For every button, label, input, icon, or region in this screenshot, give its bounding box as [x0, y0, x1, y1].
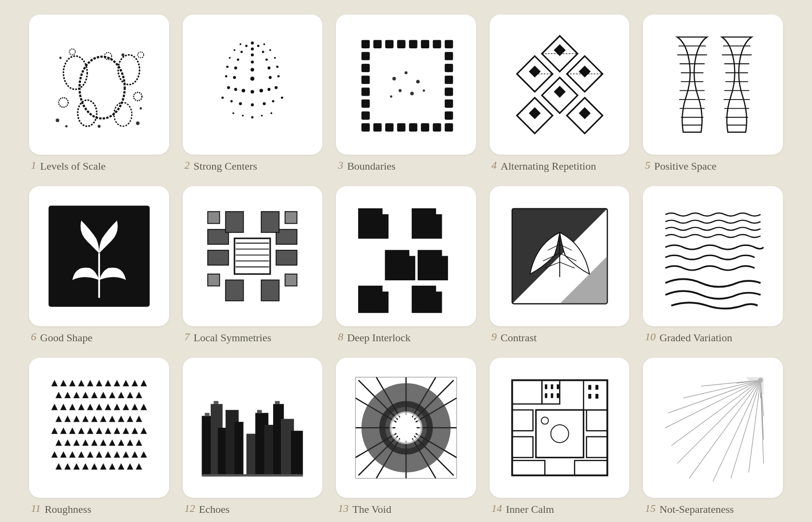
svg-rect-74	[409, 123, 417, 131]
svg-rect-201	[512, 380, 542, 404]
svg-point-32	[225, 75, 228, 77]
svg-point-42	[277, 75, 280, 77]
card-number-4: 4	[492, 160, 497, 171]
card-title-11: Roughness	[44, 503, 91, 516]
svg-rect-220	[586, 436, 607, 457]
card-7[interactable]: 7 Local Symmetries	[183, 186, 323, 344]
svg-rect-207	[551, 393, 553, 398]
card-9[interactable]: 9 Contrast	[490, 186, 630, 344]
svg-rect-149	[285, 274, 297, 286]
card-number-13: 13	[338, 503, 348, 514]
card-number-6: 6	[31, 331, 36, 343]
svg-rect-71	[373, 123, 381, 131]
svg-rect-81	[362, 87, 370, 96]
card-1[interactable]: 1 Levels of Scale	[29, 14, 169, 173]
svg-rect-211	[595, 385, 598, 390]
card-12[interactable]: 12 Echoes	[183, 358, 323, 516]
svg-rect-86	[445, 75, 453, 84]
card-label-14: 14 Inner Calm	[490, 503, 554, 516]
svg-rect-146	[226, 280, 244, 301]
svg-point-4	[114, 102, 132, 126]
svg-point-60	[261, 115, 263, 116]
svg-point-91	[405, 71, 407, 74]
svg-point-92	[416, 80, 420, 83]
svg-point-27	[233, 76, 236, 79]
svg-point-28	[240, 43, 242, 45]
svg-point-24	[241, 51, 243, 53]
svg-point-41	[276, 65, 279, 68]
svg-rect-208	[556, 393, 559, 398]
card-image-8	[336, 186, 476, 326]
svg-point-52	[239, 102, 242, 105]
card-2[interactable]: 2 Strong Centers	[183, 14, 323, 173]
svg-rect-205	[556, 384, 559, 389]
svg-rect-68	[433, 40, 441, 48]
svg-point-46	[251, 90, 254, 93]
svg-line-156	[560, 262, 575, 268]
card-10[interactable]: 10 Graded Variation	[643, 186, 783, 344]
svg-point-17	[251, 42, 254, 44]
svg-rect-84	[445, 52, 453, 60]
svg-rect-67	[421, 40, 429, 48]
svg-rect-217	[512, 410, 533, 431]
card-image-6	[29, 186, 169, 326]
svg-rect-202	[542, 380, 560, 404]
svg-rect-204	[551, 384, 553, 389]
svg-point-23	[246, 44, 248, 47]
card-13[interactable]: 13 The Void	[336, 358, 476, 516]
card-label-13: 13 The Void	[336, 503, 391, 516]
svg-rect-171	[202, 474, 303, 477]
svg-rect-150	[208, 212, 220, 224]
card-label-6: 6 Good Shape	[29, 331, 92, 345]
svg-point-51	[231, 100, 233, 102]
svg-rect-145	[261, 212, 279, 232]
svg-point-47	[260, 88, 263, 92]
svg-rect-80	[362, 75, 370, 84]
svg-point-54	[263, 102, 266, 105]
card-6[interactable]: 6 Good Shape	[29, 186, 169, 344]
svg-point-43	[227, 86, 230, 89]
svg-point-12	[98, 125, 101, 128]
svg-point-40	[274, 57, 276, 59]
svg-rect-66	[409, 40, 417, 48]
svg-line-237	[683, 380, 761, 398]
card-label-7: 7 Local Symmetries	[183, 331, 272, 345]
card-3[interactable]: 3 Boundaries	[336, 14, 476, 173]
svg-point-6	[133, 92, 142, 101]
svg-point-10	[56, 118, 59, 122]
card-15[interactable]: 15 Not-Separateness	[643, 358, 783, 516]
card-title-2: Strong Centers	[194, 160, 257, 173]
card-title-12: Echoes	[199, 503, 230, 516]
card-title-13: The Void	[352, 503, 391, 516]
svg-rect-173	[214, 401, 218, 404]
svg-rect-144	[226, 212, 244, 232]
card-4[interactable]: 4 Alternating Repetition	[490, 14, 630, 173]
card-number-11: 11	[31, 503, 41, 514]
card-image-13	[336, 358, 476, 498]
card-14[interactable]: 14 Inner Calm	[490, 358, 630, 516]
card-label-9: 9 Contrast	[490, 331, 537, 345]
card-label-8: 8 Deep Interlock	[336, 331, 410, 345]
card-number-15: 15	[645, 503, 655, 514]
svg-rect-143	[276, 250, 297, 265]
svg-point-55	[272, 100, 275, 102]
svg-marker-106	[553, 86, 566, 98]
svg-rect-164	[234, 422, 243, 476]
svg-point-26	[234, 66, 237, 69]
svg-rect-134	[234, 238, 270, 274]
card-8[interactable]: 8 Deep Interlock	[336, 186, 476, 344]
svg-marker-108	[579, 107, 591, 119]
svg-rect-203	[545, 384, 547, 389]
card-image-9	[490, 186, 630, 326]
card-title-14: Inner Calm	[506, 503, 554, 516]
card-image-12	[183, 358, 323, 498]
card-11[interactable]: 11 Roughness	[29, 358, 169, 516]
card-number-2: 2	[185, 160, 190, 171]
svg-point-90	[392, 77, 396, 80]
card-title-8: Deep Interlock	[347, 331, 410, 345]
card-title-1: Levels of Scale	[40, 160, 106, 173]
svg-rect-75	[421, 123, 429, 131]
svg-rect-88	[445, 100, 453, 108]
svg-point-94	[410, 92, 414, 95]
card-5[interactable]: 5 Positive Space	[643, 14, 783, 173]
